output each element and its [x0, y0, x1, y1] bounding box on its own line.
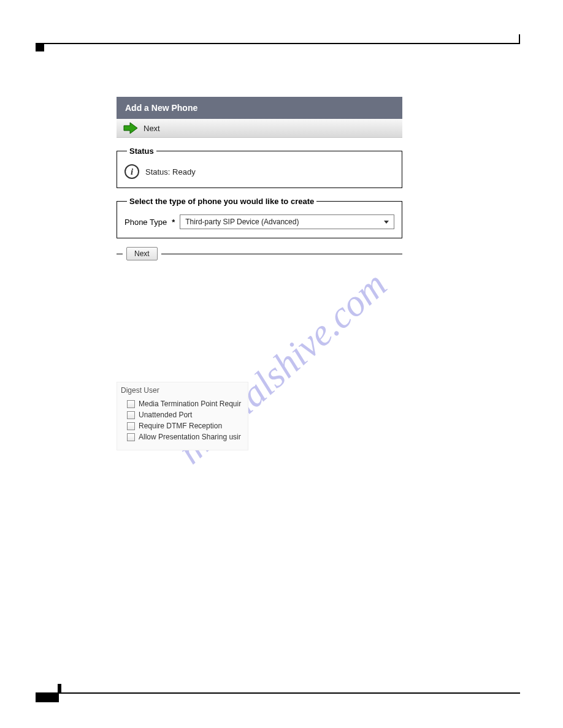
- option-require-dtmf: Require DTMF Reception: [127, 422, 244, 430]
- document-page: manualshive.com Add a New Phone Next Sta…: [0, 0, 563, 728]
- divider-right: [161, 254, 402, 254]
- corner-marker-top-left: [36, 43, 44, 51]
- info-icon: i: [124, 164, 139, 179]
- bottom-rule: [36, 692, 520, 694]
- digest-user-title: Digest User: [121, 386, 244, 395]
- phone-type-select[interactable]: Third-party SIP Device (Advanced): [180, 214, 394, 229]
- corner-marker-top-right: [519, 34, 520, 44]
- corner-marker-bottom-left: [36, 694, 59, 702]
- next-button[interactable]: Next: [126, 247, 158, 260]
- svg-marker-0: [124, 123, 137, 134]
- corner-marker-bottom-left-tick: [58, 684, 61, 694]
- option-label: Unattended Port: [139, 411, 192, 419]
- toolbar: Next: [117, 119, 402, 138]
- checkbox-allow-presentation[interactable]: [127, 433, 135, 441]
- chevron-down-icon: [384, 221, 389, 224]
- option-allow-presentation: Allow Presentation Sharing usir: [127, 433, 244, 441]
- toolbar-next-label[interactable]: Next: [144, 124, 160, 133]
- next-button-row: Next: [117, 247, 402, 260]
- status-row: i Status: Ready: [124, 164, 394, 179]
- status-text: Status: Ready: [145, 167, 196, 176]
- option-media-termination: Media Termination Point Requir: [127, 400, 244, 408]
- option-label: Media Termination Point Requir: [139, 400, 241, 408]
- phone-type-fieldset: Select the type of phone you would like …: [117, 197, 402, 238]
- option-label: Allow Presentation Sharing usir: [139, 433, 241, 441]
- next-arrow-icon[interactable]: [123, 121, 139, 135]
- panel-title: Add a New Phone: [117, 97, 402, 119]
- phone-type-label: Phone Type: [124, 218, 167, 227]
- phone-type-selected-value: Third-party SIP Device (Advanced): [185, 218, 299, 226]
- checkbox-media-termination[interactable]: [127, 400, 135, 408]
- required-asterisk: *: [172, 218, 175, 227]
- divider-left: [117, 254, 123, 254]
- digest-user-block: Digest User Media Termination Point Requ…: [117, 382, 248, 450]
- checkbox-require-dtmf[interactable]: [127, 422, 135, 430]
- phone-type-row: Phone Type * Third-party SIP Device (Adv…: [124, 214, 394, 229]
- status-legend: Status: [127, 146, 156, 156]
- checkbox-unattended-port[interactable]: [127, 411, 135, 419]
- option-unattended-port: Unattended Port: [127, 411, 244, 419]
- top-rule: [36, 43, 520, 44]
- phone-type-legend: Select the type of phone you would like …: [127, 197, 316, 206]
- status-fieldset: Status i Status: Ready: [117, 146, 402, 188]
- add-phone-panel: Add a New Phone Next Status i Status: Re…: [117, 97, 402, 260]
- option-label: Require DTMF Reception: [139, 422, 222, 430]
